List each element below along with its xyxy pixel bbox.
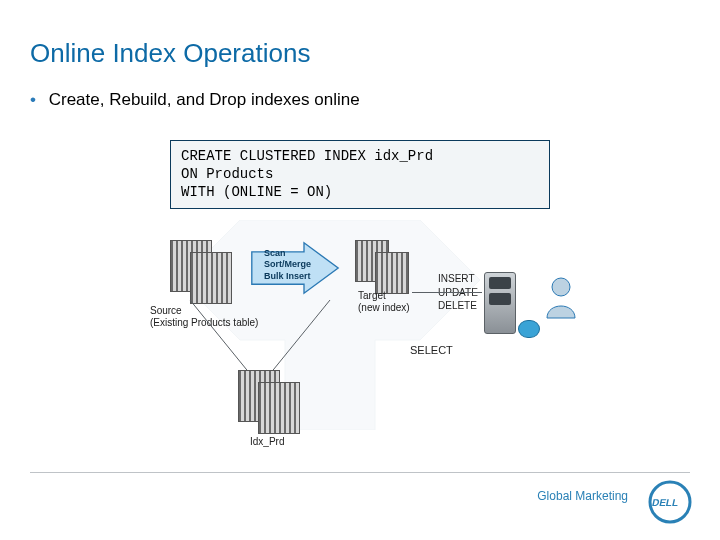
svg-point-0 xyxy=(552,278,570,296)
bullet-marker: • xyxy=(30,90,36,109)
result-table-icon xyxy=(238,370,300,434)
user-icon xyxy=(544,276,578,320)
source-table-icon xyxy=(170,240,232,304)
result-caption: Idx_Prd xyxy=(250,436,284,448)
svg-line-2 xyxy=(265,300,330,380)
process-arrow-text: Scan Sort/Merge Bulk Insert xyxy=(264,248,311,282)
svg-text:DELL: DELL xyxy=(651,497,679,508)
page-title: Online Index Operations xyxy=(30,38,310,69)
select-text: SELECT xyxy=(410,344,453,356)
diagram-stage: Scan Sort/Merge Bulk Insert Source (Exis… xyxy=(140,210,610,440)
brand-logo: DELL xyxy=(648,480,692,524)
footer-divider xyxy=(30,472,690,473)
connector-line xyxy=(412,292,482,293)
process-arrow: Scan Sort/Merge Bulk Insert xyxy=(250,240,340,296)
database-disk-icon xyxy=(518,320,540,338)
server-icon xyxy=(484,272,516,334)
svg-line-1 xyxy=(190,300,255,380)
sql-code-box: CREATE CLUSTERED INDEX idx_Prd ON Produc… xyxy=(170,140,550,209)
bullet-text: Create, Rebuild, and Drop indexes online xyxy=(49,90,360,109)
footer-text: Global Marketing xyxy=(537,489,628,503)
bullet-line: • Create, Rebuild, and Drop indexes onli… xyxy=(30,90,360,110)
target-caption: Target (new index) xyxy=(358,290,410,314)
